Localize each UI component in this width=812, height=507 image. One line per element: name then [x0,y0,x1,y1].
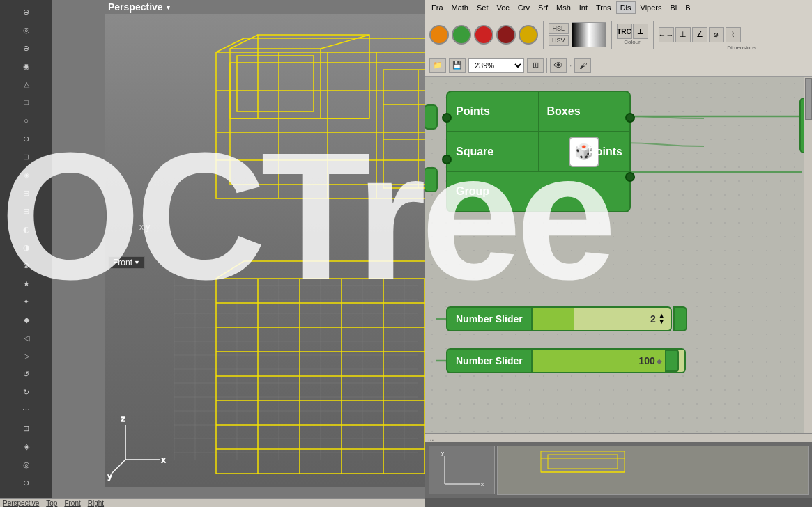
gh-status-bar: ... [425,433,812,442]
svg-text:x y: x y [139,222,150,232]
perspective-label[interactable]: Perspective ▼ [108,1,172,13]
dim-btn5[interactable]: ⌇ [726,27,741,42]
menu-srf[interactable]: Srf [535,2,551,13]
dim-btn4[interactable]: ⌀ [709,27,724,42]
partial-node-left-bottom [425,167,438,192]
hsv-button[interactable]: HSV [549,35,569,46]
tool-hand[interactable]: ◈ [16,438,37,455]
tool-cross[interactable]: ⊗ [16,257,37,274]
thumb-1[interactable]: x y [429,446,495,494]
menu-math[interactable]: Math [448,2,472,13]
tool-half-left[interactable]: ◐ [16,221,37,237]
menu-trns[interactable]: Trns [592,2,615,13]
menu-int[interactable]: Int [576,2,591,13]
bottom-tabs: Perspective Top Front Right [0,498,425,507]
port-right-2 [625,172,635,182]
dim-btn2[interactable]: ⊥ [675,27,691,42]
tool-pan[interactable]: ⊕ [16,40,37,56]
tool-circle[interactable]: ○ [16,112,37,129]
tool-select[interactable]: ⊕ [16,3,37,20]
slider-1-label: Number Slider [446,306,533,332]
tool-dot[interactable]: ⊙ [16,130,37,147]
save-icon[interactable]: 💾 [449,58,466,73]
node-boxes-label: Boxes [539,92,630,132]
tool-more[interactable]: ⋯ [16,402,37,419]
file-icon[interactable]: 📁 [429,58,446,73]
swatch-yellow[interactable] [519,25,538,45]
menu-vec[interactable]: Vec [493,2,512,13]
main-node-block[interactable]: Points Boxes Square 🎲 Points Group [446,91,631,212]
trc-btn2[interactable]: ⊥ [633,24,648,39]
tab-perspective[interactable]: Perspective [3,499,39,507]
svg-text:y: y [108,473,112,481]
canvas-scrollbar[interactable] [804,77,812,442]
tool-redo[interactable]: ↻ [16,384,37,400]
slider-2-diamond: ◆ [657,357,662,365]
slider-1[interactable]: Number Slider 2 ▲ ▼ [446,306,781,332]
swatch-green[interactable] [452,25,471,45]
tool-arrow-right[interactable]: ▷ [16,348,37,364]
svg-rect-0 [105,14,425,488]
dim-btn3[interactable]: ∠ [692,27,707,42]
tool-rect[interactable]: □ [16,94,37,111]
tool-undo[interactable]: ↺ [16,366,37,382]
tab-front[interactable]: Front [64,499,80,507]
tool-sparkle[interactable]: ✦ [16,293,37,310]
menu-crv[interactable]: Crv [514,2,533,13]
tab-top[interactable]: Top [46,499,57,507]
tool-zoom[interactable]: ◉ [16,58,37,75]
menu-msh[interactable]: Msh [553,2,574,13]
swatch-orange[interactable] [429,25,449,45]
port-left-2 [442,155,452,164]
tool-frame[interactable]: ⊡ [16,420,37,437]
grasshopper-canvas[interactable]: Points Boxes Square 🎲 Points Group [425,77,812,442]
svg-text:x: x [162,456,165,464]
front-arrow: ▼ [134,259,140,266]
slider-2-track[interactable]: 100 ◆ [533,348,686,373]
separator: · [569,61,572,70]
dim-btn1[interactable]: ←→ [659,27,674,42]
tool-rotate[interactable]: ◎ [16,22,37,38]
front-label[interactable]: Front ▼ [108,256,145,269]
trc-btn1[interactable]: TRC [617,24,632,39]
menu-set[interactable]: Set [473,2,492,13]
thumb-wide[interactable] [497,446,809,495]
port-left-1 [442,113,452,123]
node-die-area: 🎲 Points [539,132,630,171]
menu-bl[interactable]: Bl [667,2,681,13]
eye-icon[interactable]: 👁 [550,58,567,73]
zoom-select[interactable]: 239% 100% 150% 200% 300% [468,58,524,73]
slider-2[interactable]: Number Slider 100 ◆ [446,348,781,373]
slider-2-right-end [665,350,679,372]
hsl-button[interactable]: HSL [549,23,569,34]
tool-cursor[interactable]: ◎ [16,456,37,473]
tool-star[interactable]: ★ [16,275,37,292]
tool-triangle[interactable]: △ [16,76,37,93]
swatch-red[interactable] [474,25,493,45]
menu-dis[interactable]: Dis [616,1,636,14]
gradient-preview[interactable] [572,22,606,47]
wireframe-viewport: x z y x y [105,14,425,488]
tool-half-right[interactable]: ◑ [16,239,37,256]
tool-diamond[interactable]: ◈ [16,166,37,183]
slider-1-down[interactable]: ▼ [659,319,665,325]
swatch-darkred[interactable] [496,25,516,45]
fit-icon[interactable]: ⊞ [527,58,544,73]
front-text: Front [113,258,132,267]
tool-grid[interactable]: ⊡ [16,148,37,165]
slider-1-arrows[interactable]: ▲ ▼ [659,313,665,325]
tool-point[interactable]: ⊙ [16,474,37,491]
viewport-area: Perspective ▼ [52,0,425,498]
scrollbar-thumb[interactable] [805,78,812,120]
tool-minus-sq[interactable]: ⊟ [16,203,37,219]
tool-plus-sq[interactable]: ⊞ [16,185,37,201]
menu-b[interactable]: B [682,2,694,13]
menu-fra[interactable]: Fra [428,2,447,13]
thumb-wide-svg [499,448,806,493]
brush-icon[interactable]: 🖌 [574,58,591,73]
menu-vipers[interactable]: Vipers [637,2,666,13]
tab-right[interactable]: Right [88,499,104,507]
tool-diamond2[interactable]: ◆ [16,311,37,328]
tool-arrow-left[interactable]: ◁ [16,329,37,346]
slider-1-track[interactable]: 2 ▲ ▼ [533,306,672,332]
